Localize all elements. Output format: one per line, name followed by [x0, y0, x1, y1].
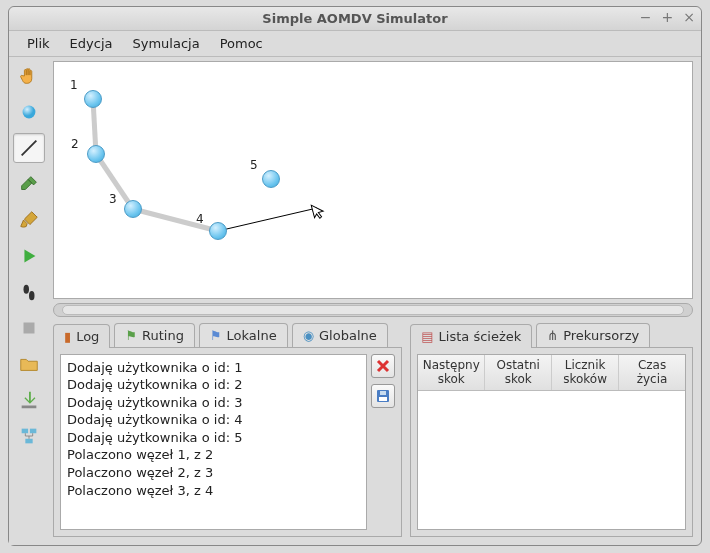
- right-panel: ▤Lista ścieżek ⋔Prekursorzy Następny sko…: [410, 323, 693, 537]
- svg-point-2: [24, 285, 30, 294]
- tab-ruting-label: Ruting: [142, 328, 184, 343]
- tool-edge[interactable]: [13, 133, 45, 163]
- maximize-button[interactable]: +: [662, 10, 674, 24]
- bottom-panels: ▮Log ⚑Ruting ⚑Lokalne ◉Globalne Dodaję u…: [53, 323, 693, 537]
- tool-hand[interactable]: [13, 61, 45, 91]
- svg-rect-6: [22, 429, 28, 434]
- share-icon: ⋔: [547, 328, 558, 343]
- book-icon: ▮: [64, 329, 71, 344]
- titlebar: Simple AOMDV Simulator − + ×: [9, 7, 701, 31]
- flag-icon: ⚑: [125, 328, 137, 343]
- scrollbar-thumb[interactable]: [62, 305, 684, 315]
- table-header: Następny skok Ostatni skok Licznik skokó…: [418, 355, 685, 392]
- tab-lokalne-label: Lokalne: [227, 328, 277, 343]
- log-textarea[interactable]: Dodaję użytkownika o id: 1 Dodaję użytko…: [60, 354, 367, 530]
- svg-rect-15: [380, 391, 386, 395]
- col-next-hop[interactable]: Następny skok: [418, 355, 485, 391]
- tool-open[interactable]: [13, 349, 45, 379]
- svg-rect-7: [30, 429, 36, 434]
- node-4[interactable]: [209, 222, 227, 240]
- globe-icon: ◉: [303, 328, 314, 343]
- node-5[interactable]: [262, 170, 280, 188]
- app-window: Simple AOMDV Simulator − + × Plik Edycja…: [8, 6, 702, 546]
- left-panel: ▮Log ⚑Ruting ⚑Lokalne ◉Globalne Dodaję u…: [53, 323, 402, 537]
- node-label-5: 5: [250, 158, 258, 172]
- node-label-4: 4: [196, 212, 204, 226]
- tool-brush[interactable]: [13, 205, 45, 235]
- canvas-hscrollbar[interactable]: [53, 303, 693, 317]
- log-buttons: [371, 354, 395, 530]
- svg-point-3: [29, 291, 35, 300]
- folder-open-icon: [18, 353, 40, 375]
- tab-precursors[interactable]: ⋔Prekursorzy: [536, 323, 650, 347]
- tool-play[interactable]: [13, 241, 45, 271]
- tab-lokalne[interactable]: ⚑Lokalne: [199, 323, 288, 347]
- tab-globalne[interactable]: ◉Globalne: [292, 323, 388, 347]
- tab-paths-label: Lista ścieżek: [439, 329, 522, 344]
- list-icon: ▤: [421, 329, 433, 344]
- right-tabs: ▤Lista ścieżek ⋔Prekursorzy: [410, 323, 693, 347]
- tool-network[interactable]: [13, 421, 45, 451]
- svg-line-12: [218, 208, 317, 231]
- tab-ruting[interactable]: ⚑Ruting: [114, 323, 195, 347]
- network-icon: [18, 425, 40, 447]
- close-button[interactable]: ×: [683, 10, 695, 24]
- line-icon: [18, 137, 40, 159]
- svg-rect-5: [22, 406, 37, 409]
- node-2[interactable]: [87, 145, 105, 163]
- menu-symulacja[interactable]: Symulacja: [122, 32, 209, 55]
- col-last-hop[interactable]: Ostatni skok: [485, 355, 552, 391]
- node-label-2: 2: [71, 137, 79, 151]
- stop-icon: [18, 317, 40, 339]
- left-tabs: ▮Log ⚑Ruting ⚑Lokalne ◉Globalne: [53, 323, 402, 347]
- col-hop-count[interactable]: Licznik skoków: [552, 355, 619, 391]
- brush-icon: [18, 209, 40, 231]
- delete-icon: [375, 358, 391, 374]
- node-3[interactable]: [124, 200, 142, 218]
- node-label-1: 1: [70, 78, 78, 92]
- menu-plik[interactable]: Plik: [17, 32, 60, 55]
- flag-icon: ⚑: [210, 328, 222, 343]
- save-download-icon: [18, 389, 40, 411]
- tab-globalne-label: Globalne: [319, 328, 377, 343]
- tool-node[interactable]: [13, 97, 45, 127]
- menu-edycja[interactable]: Edycja: [60, 32, 123, 55]
- canvas[interactable]: 1 2 3 4 5: [53, 61, 693, 299]
- svg-line-11: [133, 209, 218, 231]
- minimize-button[interactable]: −: [640, 10, 652, 24]
- toolbar: [9, 57, 49, 545]
- floppy-icon: [375, 388, 391, 404]
- tool-step[interactable]: [13, 277, 45, 307]
- pipette-icon: [18, 173, 40, 195]
- tab-paths[interactable]: ▤Lista ścieżek: [410, 324, 532, 348]
- tool-stop[interactable]: [13, 313, 45, 343]
- canvas-edges: [54, 62, 692, 298]
- menu-pomoc[interactable]: Pomoc: [210, 32, 273, 55]
- window-title: Simple AOMDV Simulator: [262, 11, 447, 26]
- svg-line-1: [22, 141, 37, 156]
- footprint-icon: [18, 281, 40, 303]
- hand-icon: [18, 65, 40, 87]
- node-icon: [18, 101, 40, 123]
- svg-rect-4: [24, 323, 35, 334]
- tool-pipette[interactable]: [13, 169, 45, 199]
- menubar: Plik Edycja Symulacja Pomoc: [9, 31, 701, 57]
- save-log-button[interactable]: [371, 384, 395, 408]
- tab-log[interactable]: ▮Log: [53, 324, 110, 348]
- col-ttl[interactable]: Czas życia: [619, 355, 685, 391]
- paths-table[interactable]: Następny skok Ostatni skok Licznik skokó…: [417, 354, 686, 530]
- play-icon: [18, 245, 40, 267]
- main-area: 1 2 3 4 5 ▮Log ⚑Ruting ⚑Lokalne: [49, 57, 701, 545]
- right-panel-body: Następny skok Ostatni skok Licznik skokó…: [410, 347, 693, 537]
- clear-log-button[interactable]: [371, 354, 395, 378]
- tab-precursors-label: Prekursorzy: [563, 328, 639, 343]
- window-controls: − + ×: [640, 10, 695, 24]
- left-panel-body: Dodaję użytkownika o id: 1 Dodaję użytko…: [53, 347, 402, 537]
- tool-save[interactable]: [13, 385, 45, 415]
- main-body: 1 2 3 4 5 ▮Log ⚑Ruting ⚑Lokalne: [9, 57, 701, 545]
- svg-rect-14: [379, 397, 387, 401]
- tab-log-label: Log: [76, 329, 99, 344]
- node-1[interactable]: [84, 90, 102, 108]
- node-label-3: 3: [109, 192, 117, 206]
- svg-rect-8: [25, 439, 32, 444]
